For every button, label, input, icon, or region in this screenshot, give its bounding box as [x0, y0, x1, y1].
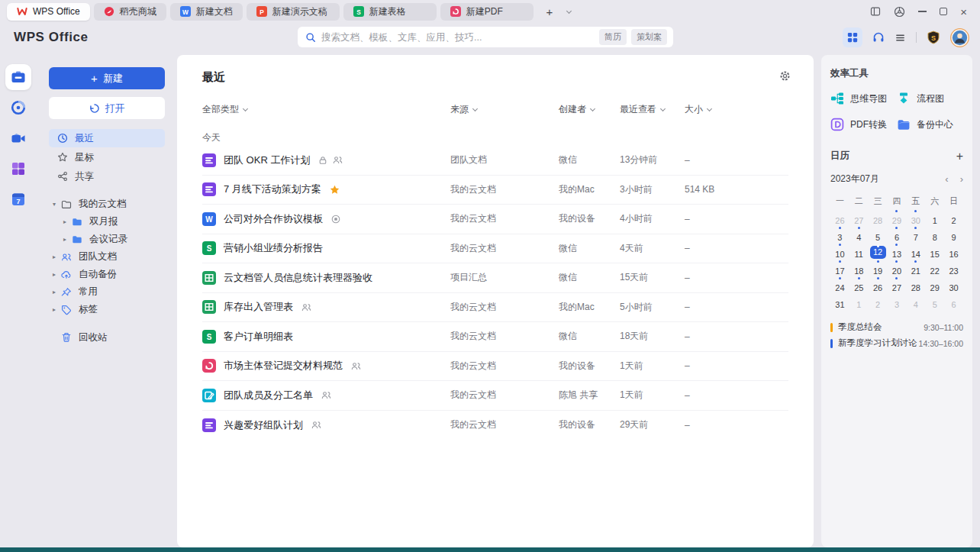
calendar-day[interactable]: 1	[849, 293, 869, 309]
file-row[interactable]: 团队成员及分工名单我的云文档陈旭 共享1天前–	[202, 381, 788, 411]
calendar-day[interactable]: 11	[849, 243, 869, 259]
calendar-day[interactable]: 3	[888, 293, 907, 309]
calendar-day[interactable]: 2	[944, 209, 963, 225]
search-input[interactable]	[321, 32, 595, 43]
event-item[interactable]: 新季度学习计划讨论14:30–16:00	[830, 335, 963, 351]
apps-grid-icon[interactable]	[843, 27, 862, 47]
gear-icon[interactable]	[779, 70, 791, 82]
filter-大小[interactable]: 大小	[685, 103, 788, 116]
calendar-day[interactable]: 2	[869, 293, 888, 309]
calendar-day[interactable]: 15	[925, 243, 944, 259]
sidebar-item-自动备份[interactable]: ▸自动备份	[49, 266, 165, 283]
sidebar-item-常用[interactable]: ▸常用	[49, 283, 165, 301]
calendar-day[interactable]: 14	[906, 243, 925, 259]
sidebar-item-双月报[interactable]: ▸双月报	[49, 213, 165, 231]
vip-badge-icon[interactable]: S	[927, 31, 940, 44]
calendar-day[interactable]: 28	[906, 276, 925, 292]
calendar-day[interactable]: 29	[888, 209, 907, 225]
tab-稻壳商城[interactable]: 稻壳商城	[94, 3, 166, 21]
tab-新建演示文稿[interactable]: P新建演示文稿	[247, 3, 340, 21]
calendar-day[interactable]: 26	[830, 209, 849, 225]
calendar-day[interactable]: 31	[830, 293, 849, 309]
calendar-day-selected[interactable]: 12	[869, 243, 888, 259]
rail-item-rail-docs[interactable]	[5, 64, 31, 90]
calendar-day[interactable]: 20	[888, 260, 907, 276]
calendar-day[interactable]: 28	[869, 209, 888, 225]
calendar-day[interactable]: 22	[925, 260, 944, 276]
calendar-day[interactable]: 8	[925, 226, 944, 242]
file-row[interactable]: 市场主体登记提交材料规范我的云文档我的设备1天前–	[202, 352, 788, 382]
search-tag[interactable]: 策划案	[631, 29, 667, 45]
add-event-button[interactable]: +	[956, 150, 963, 163]
calendar-day[interactable]: 4	[849, 226, 869, 242]
file-row[interactable]: 库存出入管理表我的云文档我的Mac5小时前–	[202, 293, 788, 323]
avatar[interactable]	[950, 28, 969, 47]
calendar-day[interactable]: 1	[925, 209, 944, 225]
calendar-day[interactable]: 25	[849, 276, 869, 292]
file-row[interactable]: W公司对外合作协议模板我的云文档我的设备4小时前–	[202, 205, 788, 234]
file-row[interactable]: 兴趣爱好组队计划我的云文档我的设备29天前–	[202, 411, 788, 441]
rail-item-rail-apps[interactable]	[5, 156, 31, 182]
new-tab-button[interactable]: +	[542, 4, 557, 19]
sidebar-item-星标[interactable]: 星标	[49, 148, 165, 166]
rail-item-rail-docer[interactable]	[5, 95, 31, 121]
file-row[interactable]: 7 月线下活动策划方案我的云文档我的Mac3小时前514 KB	[202, 176, 788, 205]
sidebar-item-共享[interactable]: 共享	[49, 167, 165, 186]
filter-创建者[interactable]: 创建者	[559, 103, 620, 116]
filter-最近查看[interactable]: 最近查看	[620, 103, 685, 116]
headset-icon[interactable]	[872, 31, 885, 44]
calendar-day[interactable]: 4	[906, 293, 925, 309]
file-row[interactable]: 云文档管人员信息统计表理器验收项目汇总微信15天前–	[202, 263, 788, 293]
sidebar-item-我的云文档[interactable]: ▾我的云文档	[49, 195, 165, 213]
caret-right-icon[interactable]: ▸	[49, 306, 60, 313]
calendar-day[interactable]: 7	[906, 226, 925, 242]
calendar-day[interactable]: 9	[944, 226, 963, 242]
file-row[interactable]: 团队 OKR 工作计划团队文档微信13分钟前–	[202, 146, 788, 176]
calendar-day[interactable]: 6	[944, 293, 963, 309]
calendar-day[interactable]: 13	[888, 243, 907, 259]
caret-down-icon[interactable]: ▾	[49, 201, 60, 208]
calendar-day[interactable]: 24	[830, 276, 849, 292]
calendar-day[interactable]: 26	[869, 276, 888, 292]
maximize-button[interactable]	[940, 8, 947, 15]
calendar-day[interactable]: 21	[906, 260, 925, 276]
caret-right-icon[interactable]: ▸	[60, 218, 70, 225]
tool-PDF转换[interactable]: PDF转换	[830, 118, 897, 131]
calendar-day[interactable]: 27	[849, 209, 869, 225]
search-tag[interactable]: 简历	[599, 29, 627, 45]
calendar-day[interactable]: 29	[925, 276, 944, 292]
split-view-icon[interactable]	[870, 6, 881, 17]
sidebar-item-标签[interactable]: ▸标签	[49, 301, 165, 318]
calendar-day[interactable]: 18	[849, 260, 869, 276]
calendar-day[interactable]: 6	[888, 226, 907, 242]
tab-新建表格[interactable]: S新建表格	[343, 3, 437, 21]
tool-思维导图[interactable]: 思维导图	[830, 92, 897, 105]
minimize-button[interactable]	[918, 11, 927, 11]
calendar-day[interactable]: 30	[944, 276, 963, 292]
open-button[interactable]: 打开	[49, 97, 165, 119]
calendar-day[interactable]: 30	[906, 209, 925, 225]
tab-list-dropdown[interactable]	[562, 4, 577, 19]
sidebar-item-团队文档[interactable]: ▸团队文档	[49, 248, 165, 266]
next-month-button[interactable]: ›	[960, 173, 963, 185]
calendar-day[interactable]: 3	[830, 226, 849, 242]
calendar-day[interactable]: 5	[869, 226, 888, 242]
rail-item-rail-calendar[interactable]: 7	[5, 186, 31, 212]
tab-新建文档[interactable]: W新建文档	[170, 3, 243, 21]
sidebar-item-会议记录[interactable]: ▸会议记录	[49, 231, 165, 248]
calendar-day[interactable]: 19	[869, 260, 888, 276]
calendar-day[interactable]: 16	[944, 243, 963, 259]
sidebar-item-trash[interactable]: 回收站	[49, 328, 165, 347]
calendar-day[interactable]: 17	[830, 260, 849, 276]
tab-新建PDF[interactable]: 新建PDF	[440, 3, 534, 21]
file-row[interactable]: S客户订单明细表我的云文档微信18天前–	[202, 322, 788, 352]
search-bar[interactable]: 简历策划案	[298, 27, 673, 47]
caret-right-icon[interactable]: ▸	[60, 236, 70, 243]
file-row[interactable]: S营销小组业绩分析报告我的云文档微信4天前–	[202, 234, 788, 264]
prev-month-button[interactable]: ‹	[945, 173, 948, 185]
caret-right-icon[interactable]: ▸	[49, 253, 60, 260]
calendar-day[interactable]: 23	[944, 260, 963, 276]
tool-备份中心[interactable]: 备份中心	[897, 118, 963, 131]
event-item[interactable]: 季度总结会9:30–11:00	[830, 319, 963, 335]
calendar-day[interactable]: 10	[830, 243, 849, 259]
